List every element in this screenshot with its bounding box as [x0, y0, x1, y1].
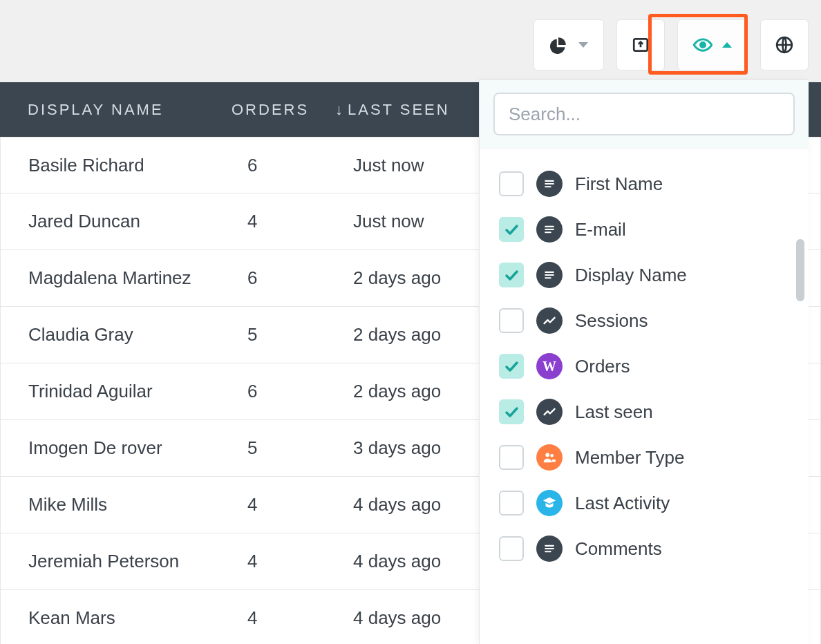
checkbox[interactable]: [499, 217, 524, 242]
option-label: First Name: [575, 173, 663, 195]
text-icon: [536, 536, 563, 562]
column-options-list: First NameE-mailDisplay NameSessionsWOrd…: [480, 149, 809, 578]
option-label: Member Type: [575, 447, 684, 468]
cell-orders: 5: [232, 324, 336, 345]
cell-orders: 4: [232, 494, 336, 515]
column-option[interactable]: Sessions: [480, 298, 809, 343]
cell-display-name: Magdalena Martinez: [1, 267, 232, 289]
text-icon: [536, 262, 563, 288]
column-option[interactable]: E-mail: [480, 207, 809, 252]
cell-orders: 5: [232, 437, 336, 459]
people-icon: [536, 444, 563, 471]
option-label: Last Activity: [575, 493, 670, 514]
column-option[interactable]: Member Type: [480, 435, 809, 480]
column-visibility-button[interactable]: [677, 19, 748, 70]
school-icon: [536, 490, 563, 516]
pie-chart-icon: [549, 35, 569, 55]
cell-display-name: Trinidad Aguilar: [1, 381, 232, 402]
text-icon: [536, 171, 563, 197]
eye-icon: [693, 35, 713, 55]
globe-button[interactable]: [760, 19, 809, 70]
column-option[interactable]: Last Activity: [480, 480, 809, 526]
cell-orders: 6: [232, 381, 336, 402]
checkbox[interactable]: [499, 399, 524, 424]
column-option[interactable]: Last seen: [480, 389, 809, 435]
svg-point-12: [545, 453, 549, 457]
column-header-last-seen-label: LAST SEEN: [348, 101, 450, 118]
cell-display-name: Mike Mills: [1, 494, 232, 515]
trend-icon: [536, 307, 563, 334]
toolbar: [534, 19, 809, 70]
svg-point-1: [701, 43, 706, 48]
chart-dropdown-button[interactable]: [534, 19, 604, 70]
cell-display-name: Imogen De rover: [1, 437, 232, 459]
option-label: Orders: [575, 356, 630, 377]
scrollbar[interactable]: [796, 239, 804, 301]
column-header-display-name[interactable]: DISPLAY NAME: [0, 101, 232, 119]
cell-display-name: Kean Mars: [1, 607, 232, 629]
column-visibility-panel: First NameE-mailDisplay NameSessionsWOrd…: [479, 79, 809, 644]
option-label: Sessions: [575, 310, 648, 332]
export-icon: [631, 35, 650, 55]
checkbox[interactable]: [499, 171, 524, 196]
sort-descending-icon: ↓: [335, 101, 345, 118]
cell-orders: 4: [232, 211, 336, 232]
checkbox[interactable]: [499, 491, 524, 515]
option-label: Comments: [575, 538, 662, 560]
cell-display-name: Jared Duncan: [1, 211, 232, 232]
cell-display-name: Claudia Gray: [1, 324, 232, 345]
trend-icon: [536, 399, 563, 425]
cell-orders: 4: [232, 607, 336, 629]
export-button[interactable]: [616, 19, 665, 70]
search-wrap: [480, 80, 809, 149]
column-option[interactable]: First Name: [480, 161, 809, 207]
globe-icon: [775, 35, 794, 55]
caret-up-icon: [722, 42, 732, 48]
cell-orders: 6: [232, 267, 336, 289]
option-label: Display Name: [575, 265, 687, 286]
column-option[interactable]: Comments: [480, 526, 809, 571]
column-option[interactable]: Display Name: [480, 252, 809, 298]
checkbox[interactable]: [499, 536, 524, 561]
cell-orders: 4: [232, 551, 336, 572]
cell-display-name: Jeremiah Peterson: [1, 551, 232, 572]
column-header-orders[interactable]: ORDERS: [232, 101, 335, 119]
svg-point-13: [550, 454, 554, 457]
cell-orders: 6: [232, 155, 336, 176]
w-icon: W: [536, 353, 563, 379]
cell-display-name: Basile Richard: [1, 155, 232, 176]
checkbox[interactable]: [499, 308, 524, 333]
option-label: E-mail: [575, 219, 626, 240]
checkbox[interactable]: [499, 263, 524, 287]
column-option[interactable]: WOrders: [480, 343, 809, 389]
caret-down-icon: [578, 42, 588, 48]
checkbox[interactable]: [499, 354, 524, 379]
checkbox[interactable]: [499, 445, 524, 470]
text-icon: [536, 216, 563, 243]
option-label: Last seen: [575, 401, 653, 423]
search-input[interactable]: [493, 93, 795, 135]
